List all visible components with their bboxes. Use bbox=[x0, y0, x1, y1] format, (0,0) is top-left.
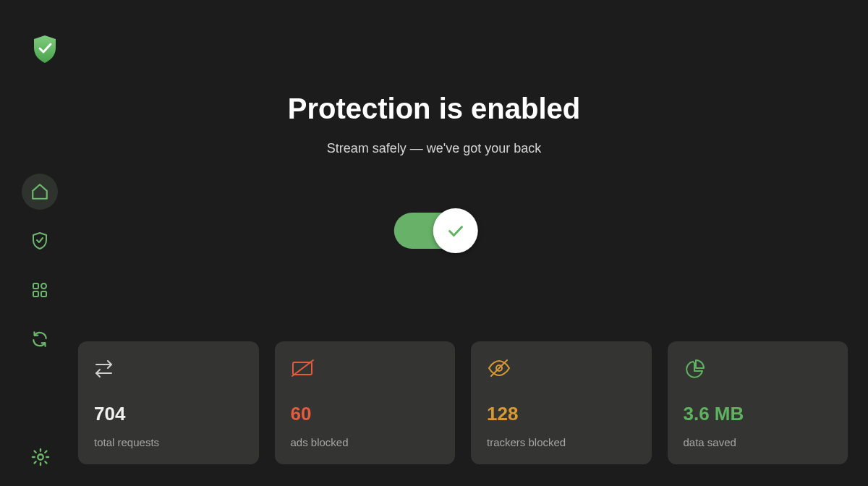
nav-updates[interactable] bbox=[22, 321, 58, 357]
sidebar-nav bbox=[22, 174, 58, 357]
stat-value: 704 bbox=[94, 403, 243, 425]
eye-slash-icon bbox=[487, 359, 636, 380]
protection-toggle[interactable] bbox=[394, 213, 474, 249]
app-logo-shield-icon bbox=[32, 35, 58, 67]
arrows-icon bbox=[94, 359, 243, 380]
hero-section: Protection is enabled Stream safely — we… bbox=[288, 93, 581, 249]
stat-label: ads blocked bbox=[291, 436, 440, 448]
gear-icon bbox=[30, 447, 51, 467]
nav-apps[interactable] bbox=[22, 272, 58, 308]
svg-point-4 bbox=[38, 454, 43, 459]
svg-rect-2 bbox=[33, 291, 38, 297]
svg-rect-1 bbox=[41, 291, 46, 297]
stat-value: 3.6 MB bbox=[684, 403, 833, 425]
svg-point-3 bbox=[41, 284, 46, 289]
shield-check-icon bbox=[31, 231, 48, 250]
home-icon bbox=[30, 182, 49, 201]
apps-grid-icon bbox=[31, 281, 48, 299]
stat-label: total requests bbox=[94, 436, 243, 448]
stat-card-ads-blocked[interactable]: 60 ads blocked bbox=[275, 341, 456, 464]
stats-row: 704 total requests 60 ads blocked 128 tr… bbox=[78, 341, 848, 464]
stat-value: 128 bbox=[487, 403, 636, 425]
refresh-icon bbox=[30, 330, 49, 349]
nav-settings[interactable] bbox=[26, 443, 55, 472]
check-icon bbox=[446, 221, 466, 241]
nav-home[interactable] bbox=[22, 174, 58, 210]
stat-card-trackers-blocked[interactable]: 128 trackers blocked bbox=[471, 341, 652, 464]
stat-card-total-requests[interactable]: 704 total requests bbox=[78, 341, 259, 464]
nav-protection[interactable] bbox=[22, 223, 58, 259]
svg-rect-0 bbox=[33, 284, 38, 289]
protection-status-subtitle: Stream safely — we've got your back bbox=[327, 141, 542, 156]
protection-status-title: Protection is enabled bbox=[288, 93, 581, 125]
pie-chart-icon bbox=[684, 359, 833, 380]
stat-label: trackers blocked bbox=[487, 436, 636, 448]
ad-block-icon bbox=[291, 359, 440, 380]
stat-card-data-saved[interactable]: 3.6 MB data saved bbox=[668, 341, 848, 464]
stat-value: 60 bbox=[291, 403, 440, 425]
toggle-knob bbox=[433, 208, 478, 253]
stat-label: data saved bbox=[684, 436, 833, 448]
